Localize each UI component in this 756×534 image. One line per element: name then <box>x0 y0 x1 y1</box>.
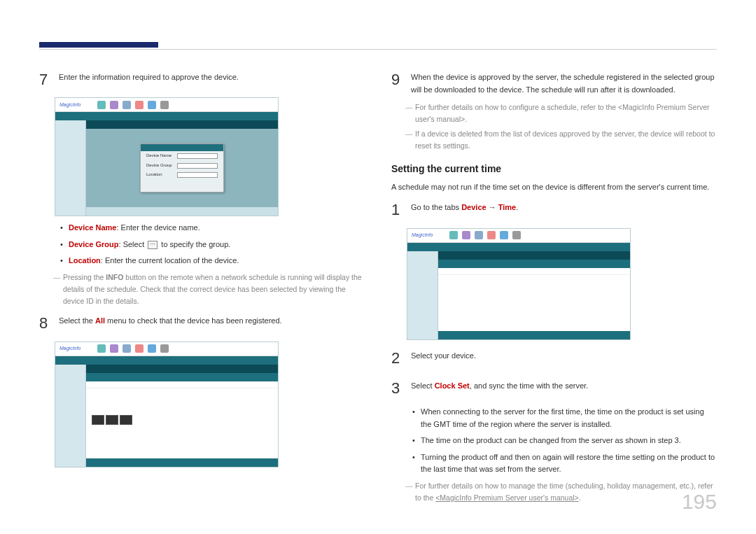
step-text: Select Clock Set, and sync the time with… <box>411 376 717 400</box>
step3-bullets: When connecting to the server for the fi… <box>412 406 717 476</box>
control-button-icon <box>106 415 118 425</box>
text: Go to the tabs <box>411 203 461 211</box>
text: Select the <box>59 316 95 325</box>
text: . <box>516 203 518 211</box>
step7-note: Pressing the INFO button on the remote w… <box>53 272 365 307</box>
note-text: . <box>579 493 581 502</box>
app-logo: MagicInfo <box>59 344 80 352</box>
screenshot-toolbar: MagicInfo <box>55 342 278 356</box>
toolbar-icon <box>462 231 470 239</box>
table-header <box>438 260 630 268</box>
bullet-text: : Select <box>119 240 147 248</box>
step7-bullets: Device Name: Enter the device name. Devi… <box>60 222 365 267</box>
text-bold: Time <box>498 203 516 211</box>
screenshot-subbar <box>407 251 630 260</box>
step-text: Go to the tabs Device → Time. <box>411 197 717 222</box>
approve-dialog: Device Name Device Group Location <box>140 143 224 192</box>
text: , and sync the time with the server. <box>470 381 588 390</box>
note-bold: INFO <box>106 273 123 281</box>
app-logo: MagicInfo <box>412 231 433 239</box>
step-9: 9 When the device is approved by the ser… <box>391 67 717 96</box>
dialog-label: Device Name <box>146 153 174 160</box>
section-title: Setting the current time <box>391 161 717 176</box>
bullet-label: Location <box>69 256 101 265</box>
dialog-label: Device Group <box>146 162 174 169</box>
toolbar-icon <box>122 344 131 353</box>
step-number: 1 <box>391 197 402 222</box>
header-rule <box>39 49 717 50</box>
bullet-location: Location: Enter the current location of … <box>60 255 365 267</box>
toolbar-icon <box>97 101 106 109</box>
step-number: 7 <box>39 67 50 92</box>
toolbar-icon <box>135 344 144 353</box>
screenshot-all-devices: MagicInfo <box>55 342 279 468</box>
toolbar-icon <box>475 231 483 239</box>
bullet-item: When connecting to the server for the fi… <box>412 406 717 430</box>
step3-note: For further details on how to manage the… <box>405 480 717 504</box>
toolbar-icon <box>122 101 131 109</box>
step-8: 8 Select the All menu to check that the … <box>39 311 365 335</box>
bullet-device-group: Device Group: Select ⋯ to specify the gr… <box>60 239 365 251</box>
screenshot-tabbar <box>55 356 278 365</box>
ellipsis-button-icon: ⋯ <box>148 241 158 249</box>
dialog-input <box>177 153 218 159</box>
bullet-item: Turning the product off and then on agai… <box>412 451 717 476</box>
note-link: <MagicInfo Premium Server user's manual> <box>435 493 579 502</box>
page-content: 7 Enter the information required to appr… <box>0 0 756 527</box>
toolbar-icon <box>110 101 118 109</box>
toolbar-icon <box>512 231 521 239</box>
screenshot-tabbar <box>55 112 278 120</box>
screenshot-main-area <box>438 260 630 331</box>
step-number: 9 <box>391 67 402 96</box>
table-row <box>86 381 278 388</box>
screenshot-sidebar <box>55 120 86 216</box>
toolbar-icon <box>110 344 118 353</box>
right-column: 9 When the device is approved by the ser… <box>391 35 717 506</box>
table-row <box>438 268 630 275</box>
screenshot-device-time: MagicInfo <box>407 228 631 340</box>
screenshot-main-area <box>86 373 278 458</box>
toolbar-icon <box>160 344 169 353</box>
bullet-text: : Enter the current location of the devi… <box>101 256 239 265</box>
toolbar-icon <box>160 101 169 109</box>
app-logo: MagicInfo <box>59 101 80 108</box>
step-number: 8 <box>39 311 50 335</box>
text-bold: All <box>95 316 105 325</box>
toolbar-icon <box>135 101 144 109</box>
step-2-time: 2 Select your device. <box>391 346 717 370</box>
toolbar-icon <box>148 344 156 353</box>
bullet-item: The time on the product can be changed f… <box>412 435 717 447</box>
step-text: Enter the information required to approv… <box>59 67 365 92</box>
screenshot-toolbar: MagicInfo <box>55 98 278 112</box>
step-text: Select the All menu to check that the de… <box>59 311 365 335</box>
table-header <box>86 373 278 381</box>
toolbar-icon <box>500 231 508 239</box>
header-accent-bar <box>39 42 158 48</box>
left-column: 7 Enter the information required to appr… <box>39 35 365 506</box>
bullet-text: to specify the group. <box>159 240 230 248</box>
step-7: 7 Enter the information required to appr… <box>39 67 365 92</box>
step-number: 2 <box>391 346 402 370</box>
screenshot-sidebar <box>55 365 86 467</box>
note-text: Pressing the <box>63 273 106 281</box>
toolbar-icon <box>97 344 106 353</box>
dialog-label: Location <box>146 171 174 178</box>
screenshot-subbar <box>55 120 278 129</box>
dialog-input <box>177 172 218 178</box>
step9-note-a: For further details on how to configure … <box>405 101 717 125</box>
text-bold: Device <box>461 203 486 211</box>
bullet-device-name: Device Name: Enter the device name. <box>60 222 365 234</box>
step9-note-b: If a device is deleted from the list of … <box>405 128 717 152</box>
text-bold: Clock Set <box>435 381 470 390</box>
control-button-icon <box>120 415 132 425</box>
screenshot-main-area: Device Name Device Group Location <box>86 129 278 207</box>
step-1-time: 1 Go to the tabs Device → Time. <box>391 197 717 222</box>
section-intro: A schedule may not run if the time set o… <box>391 181 717 194</box>
bullet-text: : Enter the device name. <box>117 223 200 232</box>
text: Select <box>411 381 435 390</box>
toolbar-icon <box>487 231 496 239</box>
toolbar-icon <box>449 231 458 239</box>
arrow-text: → <box>486 203 498 211</box>
screenshot-subbar <box>55 365 278 373</box>
step-text: When the device is approved by the serve… <box>411 67 717 96</box>
